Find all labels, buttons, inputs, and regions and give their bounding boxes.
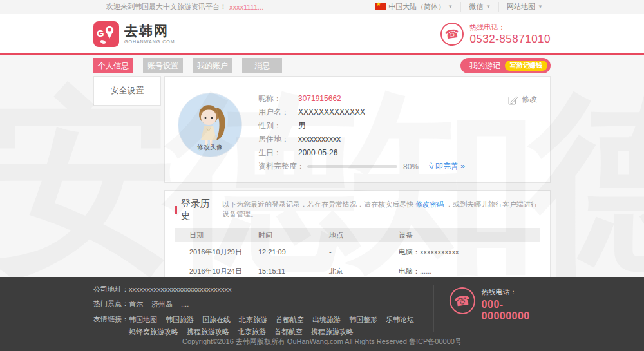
footer-hotline-number: 000- 00000000 (482, 299, 551, 322)
field-label: 用户名： (258, 106, 298, 119)
region-label: 中国大陆（简体） (388, 2, 445, 12)
friend-link[interactable]: 携程旅游攻略 (187, 327, 229, 337)
logo-icon: G (93, 21, 119, 47)
cell-date: 2016年10月29日 (189, 242, 258, 261)
friend-link[interactable]: 出境旅游 (312, 315, 341, 325)
cell-time: 12:21:09 (258, 242, 329, 261)
travelogue-badge: 写游记赚钱 (505, 61, 547, 71)
main-area: 安德知德 个人信息 账号设置 我的账户 消息 我的游记 写游记赚钱 安全设置 (0, 55, 644, 277)
friend-links-label: 友情链接： (93, 315, 129, 337)
avatar[interactable]: 修改头像 (178, 93, 242, 157)
login-history-card: 登录历史 以下为您最近的登录记录，若存在异常情况，请在核实后尽快 修改密码 ，或… (164, 190, 551, 277)
completeness-percent: 80% (403, 162, 419, 171)
section-bullet (175, 206, 177, 214)
footer-hotline-label: 热线电话： (482, 287, 551, 297)
cell-device: 电脑：xxxxxxxxxxx (399, 242, 540, 261)
wechat-label: 微信 (469, 2, 483, 12)
cell-device: 电脑：...... (399, 261, 540, 277)
field-label: 性别： (258, 119, 298, 133)
sitemap-menu[interactable]: 网站地图 ▼ (498, 2, 551, 12)
friend-link[interactable]: 北京旅游 (239, 315, 267, 325)
field-label: 昵称： (258, 92, 298, 106)
field-label: 生日： (258, 146, 298, 160)
table-row: 2016年10月24日 15:15:11 北京 电脑：...... (175, 261, 540, 277)
hotline-number: 0532-85871010 (469, 33, 551, 46)
cell-place: 北京 (329, 261, 399, 277)
hot-spot-link[interactable]: .... (181, 299, 189, 309)
my-travelogue-button[interactable]: 我的游记 写游记赚钱 (460, 58, 551, 73)
friend-link[interactable]: 携程旅游攻略 (311, 327, 354, 337)
address-value: xxxxxxxxxxxxxxxxxxxxxxxxxxxxx (129, 285, 232, 294)
profile-card: 修改头像 昵称：3071915662 用户名：XXXXXXXXXXXXX 性别：… (164, 76, 551, 183)
phone-icon: ☎ (439, 21, 466, 47)
friend-link[interactable]: 首都航空 (276, 315, 304, 325)
col-place: 地点 (329, 228, 399, 242)
site-footer: 公司地址： xxxxxxxxxxxxxxxxxxxxxxxxxxxxx 热门景点… (0, 277, 644, 332)
footer-hotline: ☎ 热线电话： 000- 00000000 (433, 285, 551, 332)
cell-place: - (329, 242, 399, 261)
table-row: 2016年10月29日 12:21:09 - 电脑：xxxxxxxxxxx (175, 242, 540, 261)
topbar: 欢迎来到韩国最大中文旅游资讯平台！ xxxx1111... ★ 中国大陆（简体）… (0, 0, 644, 14)
col-date: 日期 (189, 228, 258, 242)
svg-text:G: G (97, 28, 104, 39)
field-label: 居住地： (258, 133, 298, 146)
friend-link[interactable]: 国旅在线 (202, 315, 231, 325)
tab-account-settings[interactable]: 账号设置 (143, 58, 183, 73)
complete-now-link[interactable]: 立即完善 » (428, 161, 465, 172)
completeness-label: 资料完整度： (258, 161, 305, 172)
hot-spots-label: 热门景点： (93, 299, 129, 309)
page: 欢迎来到韩国最大中文旅游资讯平台！ xxxx1111... ★ 中国大陆（简体）… (0, 0, 644, 351)
username-value: XXXXXXXXXXXXX (298, 106, 365, 119)
friend-link[interactable]: 韩国地图 (129, 315, 157, 325)
logo-text: 去韩网 (124, 24, 175, 37)
avatar-caption: 修改头像 (178, 143, 242, 152)
topbar-account-link[interactable]: xxxx1111... (229, 3, 263, 11)
gender-value: 男 (298, 119, 306, 133)
login-history-title: 登录历史 (181, 198, 216, 222)
login-history-desc: 以下为您最近的登录记录，若存在异常情况，请在核实后尽快 修改密码 ，或到去哪儿旅… (222, 200, 540, 219)
region-selector[interactable]: ★ 中国大陆（简体） ▼ (368, 2, 460, 12)
hot-spot-link[interactable]: 济州岛 (151, 299, 173, 309)
sidebar-item-security[interactable]: 安全设置 (93, 76, 161, 106)
cell-time: 15:15:11 (258, 261, 329, 277)
chevron-down-icon: ▼ (538, 4, 543, 10)
travelogue-label: 我的游记 (469, 61, 500, 71)
change-password-link[interactable]: 修改密码 (415, 200, 444, 208)
col-time: 时间 (258, 228, 329, 242)
table-header-row: 日期 时间 地点 设备 (175, 228, 540, 242)
tab-messages[interactable]: 消息 (242, 58, 282, 73)
nickname-value: 3071915662 (298, 92, 341, 106)
friend-link[interactable]: 北京旅游 (238, 327, 266, 337)
profile-tabs: 个人信息 账号设置 我的账户 消息 我的游记 写游记赚钱 (93, 58, 551, 73)
sitemap-label: 网站地图 (507, 2, 535, 12)
hotline-label: 热线电话： (469, 23, 551, 32)
col-device: 设备 (399, 228, 540, 242)
chevron-down-icon: ▼ (448, 4, 453, 10)
site-logo[interactable]: G 去韩网 GOHANWANG.COM (93, 21, 175, 47)
edit-profile-button[interactable]: 修改 (508, 94, 537, 105)
residence-value: xxxxxxxxxxx (298, 133, 341, 146)
site-header: G 去韩网 GOHANWANG.COM ☎ 热线电话： 0532-8587101… (0, 14, 644, 55)
edit-label: 修改 (522, 94, 537, 105)
friend-link[interactable]: 韩国整形 (349, 315, 377, 325)
login-history-table: 日期 时间 地点 设备 2016年10月29日 12:21:09 - 电脑：xx… (175, 228, 540, 277)
tab-my-account[interactable]: 我的账户 (193, 58, 232, 73)
completeness-bar (307, 165, 397, 168)
friend-link[interactable]: 蚂蜂窝旅游攻略 (129, 327, 178, 337)
header-hotline: ☎ 热线电话： 0532-85871010 (440, 23, 551, 46)
cell-date: 2016年10月24日 (189, 261, 258, 277)
address-label: 公司地址： (93, 285, 129, 294)
wechat-menu[interactable]: 微信 ▼ (460, 2, 498, 12)
china-flag-icon: ★ (375, 3, 386, 10)
chevron-down-icon: ▼ (486, 4, 491, 10)
logo-domain: GOHANWANG.COM (124, 39, 175, 44)
friend-link[interactable]: 首都航空 (274, 327, 303, 337)
hot-spot-link[interactable]: 首尔 (129, 299, 143, 309)
tab-personal-info[interactable]: 个人信息 (93, 58, 133, 73)
phone-icon: ☎ (448, 285, 477, 316)
profile-fields: 昵称：3071915662 用户名：XXXXXXXXXXXXX 性别：男 居住地… (258, 92, 465, 173)
pencil-icon (508, 95, 518, 105)
birthday-value: 2000-05-26 (298, 146, 337, 160)
friend-link[interactable]: 乐韩论坛 (386, 315, 414, 325)
friend-link[interactable]: 韩国旅游 (166, 315, 194, 325)
